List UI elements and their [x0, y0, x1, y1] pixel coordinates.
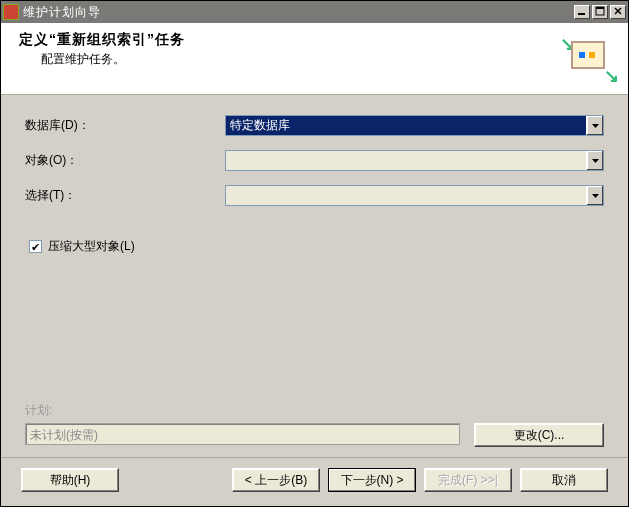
- change-schedule-button[interactable]: 更改(C)...: [474, 423, 604, 447]
- schedule-input: 未计划(按需): [25, 423, 460, 445]
- compress-lob-label: 压缩大型对象(L): [48, 238, 135, 255]
- close-button[interactable]: [610, 5, 626, 19]
- dropdown-arrow-icon: [586, 116, 603, 135]
- svg-marker-7: [592, 194, 599, 198]
- svg-rect-2: [596, 7, 604, 9]
- help-button[interactable]: 帮助(H): [21, 468, 119, 492]
- compress-lob-checkbox[interactable]: ✔: [29, 240, 42, 253]
- minimize-button[interactable]: [574, 5, 590, 19]
- maximize-button[interactable]: [592, 5, 608, 19]
- object-select-value: [226, 151, 586, 170]
- object-label: 对象(O)：: [25, 152, 225, 169]
- app-icon: [3, 4, 19, 20]
- database-select[interactable]: 特定数据库: [225, 115, 604, 136]
- database-label: 数据库(D)：: [25, 117, 225, 134]
- back-button[interactable]: < 上一步(B): [232, 468, 320, 492]
- schedule-label: 计划:: [25, 402, 604, 419]
- wizard-header: 定义“重新组织索引”任务 配置维护任务。 ↘ ↘: [1, 23, 628, 95]
- selection-select-value: [226, 186, 586, 205]
- finish-button: 完成(F) >>|: [424, 468, 512, 492]
- page-subtitle: 配置维护任务。: [41, 51, 566, 68]
- selection-select[interactable]: [225, 185, 604, 206]
- wizard-icon: ↘ ↘: [566, 35, 614, 83]
- page-title: 定义“重新组织索引”任务: [19, 31, 566, 49]
- dropdown-arrow-icon: [586, 151, 603, 170]
- svg-marker-5: [592, 124, 599, 128]
- database-select-value: 特定数据库: [226, 116, 586, 135]
- svg-marker-6: [592, 159, 599, 163]
- svg-rect-0: [578, 13, 585, 15]
- object-select[interactable]: [225, 150, 604, 171]
- select-label: 选择(T)：: [25, 187, 225, 204]
- wizard-footer: 帮助(H) < 上一步(B) 下一步(N) > 完成(F) >>| 取消: [1, 457, 628, 506]
- check-icon: ✔: [31, 242, 40, 252]
- dropdown-arrow-icon: [586, 186, 603, 205]
- window-title: 维护计划向导: [23, 4, 574, 21]
- cancel-button[interactable]: 取消: [520, 468, 608, 492]
- titlebar: 维护计划向导: [1, 1, 628, 23]
- next-button[interactable]: 下一步(N) >: [328, 468, 416, 492]
